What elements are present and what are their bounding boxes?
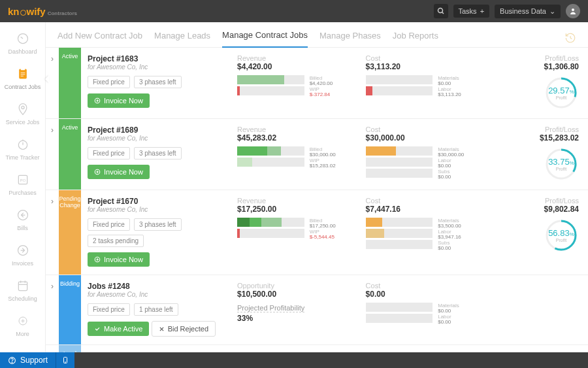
job-client: for Awesome Co, Inc (88, 135, 231, 142)
svg-line-26 (570, 38, 572, 39)
job-row: › Active Project #1689 for Awesome Co, I… (46, 119, 588, 190)
main: Add New Contract Job Manage Leads Manage… (46, 22, 588, 352)
sidebar-item-service-jobs[interactable]: Service Jobs (0, 97, 45, 132)
tab-manage-phases[interactable]: Manage Phases (319, 31, 381, 47)
sidebar-item-more[interactable]: More (0, 309, 45, 344)
job-client: for Awesome Co, Inc (88, 63, 231, 71)
sidebar-item-dashboard[interactable]: Dashboard (0, 26, 45, 61)
mini-bar: Subs$0.00 (366, 240, 433, 249)
mini-bar: Materials$0.00 (366, 75, 433, 84)
profit-gauge: 29.57%Profit (544, 75, 579, 110)
arrow-right-icon (16, 243, 30, 258)
sidebar-item-contract-jobs[interactable]: Contract Jobs (0, 61, 45, 97)
support-button[interactable]: Support (0, 352, 56, 368)
svg-line-4 (20, 37, 22, 39)
sidebar-item-bills[interactable]: Bills (0, 203, 45, 238)
jobs-list[interactable]: › Active Project #1683 for Awesome Co, I… (46, 48, 588, 352)
mini-bar: Billed$4,420.00 (237, 75, 304, 84)
sidebar-item-label: More (0, 331, 45, 337)
topbar: knwify Contractors Tasks + Business Data… (0, 0, 588, 22)
mini-bar: Labor$3,947.16 (366, 229, 433, 238)
tabs-bar: Add New Contract Job Manage Leads Manage… (46, 22, 588, 48)
status-tag: Bidding (59, 275, 81, 344)
support-phone-button[interactable] (56, 352, 74, 368)
dashboard-icon (16, 31, 30, 46)
mini-bar: WIP$15,283.02 (237, 158, 304, 167)
expand-toggle[interactable]: › (46, 275, 59, 344)
job-title: Project #1689 (88, 125, 231, 135)
mini-bar: Materials$0.00 (366, 303, 433, 312)
sidebar-item-invoices[interactable]: Invoices (0, 238, 45, 273)
expand-toggle[interactable]: › (46, 190, 59, 275)
chip: 3 phases left (134, 218, 182, 231)
sidebar-item-label: Bills (0, 225, 45, 231)
svg-line-1 (442, 12, 444, 14)
logo-o-icon (20, 10, 26, 16)
tasks-label: Tasks (459, 7, 477, 15)
chip: 2 tasks pending (88, 235, 144, 247)
chip: 1 phase left (134, 303, 178, 316)
svg-rect-5 (19, 69, 27, 79)
job-row: › Lead Project #1688 for Awesome Co, Inc… (46, 345, 588, 352)
clipboard-icon (16, 67, 30, 81)
mini-bar: Labor$0.00 (366, 158, 433, 167)
logo: knwify Contractors (8, 6, 77, 17)
clock-icon (16, 137, 30, 152)
expand-toggle[interactable]: › (46, 119, 59, 190)
chip: Fixed price (88, 303, 130, 316)
support-label: Support (20, 356, 48, 365)
logo-text-2: wify (27, 6, 46, 17)
sidebar-item-purchases[interactable]: PO Purchases (0, 167, 45, 203)
chip: Fixed price (88, 76, 130, 88)
job-title: Jobs #1248 (88, 282, 231, 291)
status-tag: Active (59, 119, 81, 190)
tab-manage-leads[interactable]: Manage Leads (154, 31, 210, 47)
sidebar-item-label: Service Jobs (0, 119, 45, 125)
mini-bar: Billed$30,000.00 (237, 146, 304, 156)
job-title: Project #1683 (88, 54, 231, 63)
svg-rect-18 (18, 282, 27, 290)
status-tag: Pending Change (59, 190, 81, 275)
job-client: for Awesome Co, Inc (88, 291, 231, 298)
pin-icon (16, 102, 30, 116)
business-data-button[interactable]: Business Data ⌄ (495, 5, 561, 18)
footer: Support (0, 352, 588, 368)
po-icon: PO (16, 173, 30, 187)
sidebar-item-scheduling[interactable]: Scheduling (0, 273, 45, 309)
svg-rect-6 (20, 68, 25, 70)
mini-bar: Materials$30,000.00 (366, 146, 433, 156)
expand-toggle[interactable]: › (46, 48, 59, 118)
search-button[interactable] (434, 4, 448, 18)
chip: Fixed price (88, 147, 130, 159)
invoice-now-button[interactable]: Invoice Now (88, 165, 150, 179)
invoice-now-button[interactable]: Invoice Now (88, 93, 150, 108)
sidebar-item-time-tracker[interactable]: Time Tracker (0, 132, 45, 167)
status-tag: Lead (59, 345, 81, 352)
invoice-now-button[interactable]: Invoice Now (88, 252, 150, 267)
svg-point-2 (572, 8, 574, 11)
tasks-button[interactable]: Tasks + (453, 5, 490, 18)
sidebar-item-label: Purchases (0, 190, 45, 196)
svg-point-39 (12, 361, 12, 362)
tab-add-new[interactable]: Add New Contract Job (57, 31, 142, 47)
tasks-plus: + (480, 7, 484, 15)
job-title: Project #1688 (88, 352, 231, 352)
chip: 3 phases left (134, 76, 182, 88)
svg-point-0 (438, 8, 442, 13)
bid-rejected-button[interactable]: Bid Rejected (152, 321, 216, 337)
svg-text:PO: PO (20, 178, 25, 182)
job-client: for Awesome Co, Inc (88, 206, 231, 213)
mini-bar: WIP$-5,544.45 (237, 229, 304, 238)
sidebar: Dashboard Contract Jobs Service Jobs Tim… (0, 22, 46, 352)
avatar[interactable] (566, 4, 580, 18)
make-active-button[interactable]: Make Active (88, 322, 149, 336)
sidebar-item-label: Contract Jobs (0, 84, 45, 90)
expand-toggle[interactable]: › (46, 345, 59, 352)
topbar-actions: Tasks + Business Data ⌄ (434, 4, 581, 18)
history-icon[interactable] (564, 32, 576, 46)
sidebar-item-label: Invoices (0, 260, 45, 267)
calendar-icon (16, 278, 30, 293)
tab-manage-contract-jobs[interactable]: Manage Contract Jobs (222, 30, 308, 48)
tab-job-reports[interactable]: Job Reports (393, 31, 438, 47)
job-row: › Bidding Jobs #1248 for Awesome Co, Inc… (46, 275, 588, 345)
